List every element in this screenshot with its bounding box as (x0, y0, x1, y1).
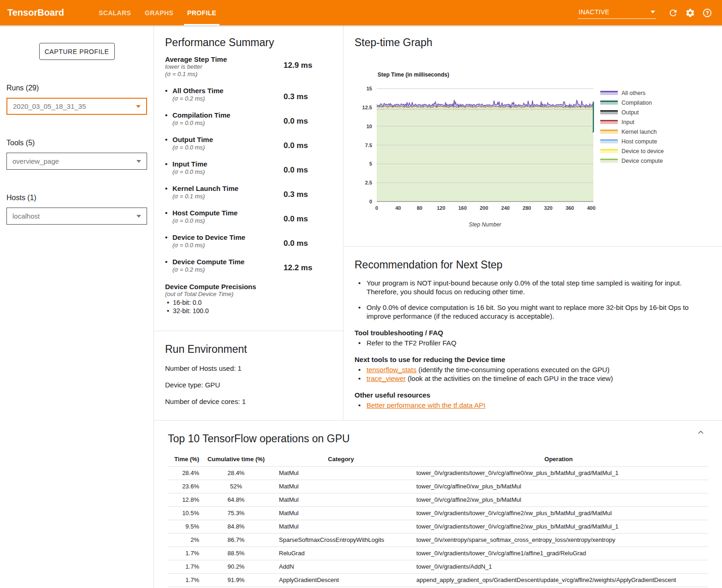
runs-select-value: 2020_03_05_18_31_35 (13, 102, 86, 110)
table-cell: 2% (168, 533, 199, 546)
metric-sigma: (σ = 0.0 ms) (172, 242, 245, 249)
runs-label: Runs (29) (6, 84, 154, 92)
table-cell: ReluGrad (273, 546, 409, 560)
precision-item: •32-bit: 100.0 (167, 307, 332, 315)
table-cell: tower_0/v/gradients/tower_0/v/cg/affine0… (409, 466, 708, 480)
table-cell: 75.3% (199, 506, 273, 520)
legend-swatch-icon (600, 110, 618, 114)
bullet-icon: • (165, 136, 172, 151)
table-cell: ApplyGradientDescent (273, 573, 409, 587)
table-cell: tower_0/v/cg/affine2/xw_plus_b/MatMul (409, 493, 708, 506)
bullet-icon: • (165, 87, 172, 102)
chart-x-axis-label: Step Number (430, 221, 540, 228)
svg-text:360: 360 (566, 205, 574, 211)
table-cell: tower_0/v/cg/affine0/xw_plus_b/MatMul (409, 480, 708, 493)
tools-select[interactable]: overview_page (6, 153, 147, 170)
metric-sigma: (σ = 0.0 ms) (172, 144, 213, 151)
run-environment-line: Number of Hosts used: 1 (165, 364, 332, 372)
nav-tab[interactable]: SCALARS (92, 0, 138, 25)
table-cell: MatMul (273, 480, 409, 493)
svg-text:280: 280 (523, 205, 531, 211)
step-time-chart[interactable]: 02.557.51012.515040801201602002402803203… (362, 83, 602, 231)
run-environment-section: Run Environment Number of Hosts used: 1D… (154, 331, 343, 405)
table-cell: 1.7% (168, 546, 199, 560)
tool-desc: (look at the activities on the timeline … (406, 374, 613, 382)
metric-label: Device Compute Time (172, 258, 244, 266)
table-cell: 28.4% (199, 466, 273, 480)
metric-row: • Input Time (σ = 0.0 ms) 0.0 ms (165, 160, 332, 176)
table-cell: 28.4% (168, 466, 199, 480)
table-cell: SparseSoftmaxCrossEntropyWithLogits (273, 533, 409, 546)
app-title: TensorBoard (0, 7, 92, 18)
legend-swatch-icon (600, 101, 618, 105)
hosts-label: Hosts (1) (6, 194, 154, 202)
metric-row: • Device to Device Time (σ = 0.0 ms) 0.0… (165, 233, 332, 249)
tool-link[interactable]: tensorflow_stats (367, 366, 416, 374)
app-header: TensorBoard SCALARS GRAPHS PROFILE INACT… (0, 0, 722, 25)
legend-swatch-icon (600, 120, 618, 124)
metric-label: Output Time (172, 136, 213, 143)
faq-list: Refer to the TF2 Profiler FAQ (358, 339, 711, 347)
metric-sigma: (σ = 0.1 ms) (165, 71, 284, 78)
metric-label: All Others Time (172, 87, 224, 95)
table-row: 1.7%90.2%AddNtower_0/v/gradients/AddN_1 (168, 560, 708, 573)
legend-item: Device to device (600, 146, 664, 156)
table-cell: MatMul (273, 466, 409, 480)
table-cell: tower_0/v/xentropy/sparse_softmax_cross_… (409, 533, 708, 546)
metric-note: lower is better (165, 63, 284, 71)
table-row: 28.4%28.4%MatMultower_0/v/gradients/towe… (168, 466, 708, 480)
precisions-label: Device Compute Precisions (165, 283, 332, 291)
top-ops-section: Top 10 TensorFlow operations on GPU Time… (154, 420, 722, 588)
top-ops-table: Time (%)Cumulative time (%)CategoryOpera… (168, 452, 708, 587)
capture-profile-button[interactable]: CAPTURE PROFILE (39, 43, 115, 60)
bullet-icon: • (165, 258, 172, 273)
metric-row: • Output Time (σ = 0.0 ms) 0.0 ms (165, 136, 332, 151)
legend-item: Input (600, 117, 664, 127)
legend-item: Compilation (600, 98, 664, 107)
table-header-row: Time (%)Cumulative time (%)CategoryOpera… (168, 452, 708, 466)
recommendation-bullet: Your program is NOT input-bound because … (358, 279, 711, 296)
tool-link[interactable]: trace_viewer (367, 374, 406, 382)
table-row: 1.7%88.5%ReluGradtower_0/v/gradients/tow… (168, 546, 708, 560)
status-dropdown[interactable]: INACTIVE (578, 6, 656, 19)
svg-text:0: 0 (375, 205, 378, 211)
metric-value: 0.0 ms (284, 160, 308, 176)
recommendation-section: Recommendation for Next Step Your progra… (343, 247, 722, 410)
table-row: 2%86.7%SparseSoftmaxCrossEntropyWithLogi… (168, 533, 708, 546)
metric-sigma: (σ = 0.1 ms) (172, 193, 238, 200)
legend-label: Output (621, 109, 639, 116)
settings-gear-icon[interactable] (681, 8, 698, 18)
table-cell: 86.7% (199, 533, 273, 546)
resource-link[interactable]: Better performance with the tf.data API (367, 401, 485, 409)
table-cell: 52% (199, 480, 273, 493)
table-column-header: Operation (409, 452, 708, 466)
runs-select[interactable]: 2020_03_05_18_31_35 (6, 98, 147, 115)
metric-label: Input Time (172, 160, 207, 168)
table-row: 12.8%64.8%MatMultower_0/v/cg/affine2/xw_… (168, 493, 708, 506)
help-icon[interactable] (698, 8, 716, 18)
collapse-chevron-up-icon[interactable] (697, 429, 704, 438)
table-cell: 91.9% (199, 573, 273, 587)
metric-value: 0.3 ms (284, 184, 308, 200)
nav-tab[interactable]: PROFILE (180, 0, 223, 25)
svg-text:320: 320 (544, 205, 552, 211)
svg-text:400: 400 (587, 205, 595, 211)
svg-text:40: 40 (395, 205, 401, 211)
resources-heading: Other useful resources (355, 391, 711, 399)
precision-value: 32-bit: 100.0 (173, 307, 209, 315)
metric-value: 12.2 ms (284, 258, 312, 273)
table-cell: 64.8% (199, 493, 273, 506)
table-cell: 1.7% (168, 573, 199, 587)
resource-item: Better performance with the tf.data API (358, 401, 711, 410)
refresh-icon[interactable] (664, 8, 681, 18)
step-time-graph-title: Step-time Graph (355, 36, 432, 49)
table-cell: tower_0/v/gradients/tower_0/v/cg/affine1… (409, 546, 708, 560)
metric-row: • Compilation Time (σ = 0.0 ms) 0.0 ms (165, 111, 332, 127)
hosts-select[interactable]: localhost (6, 208, 147, 225)
nav-tab[interactable]: GRAPHS (138, 0, 180, 25)
sidebar: CAPTURE PROFILE Runs (29) 2020_03_05_18_… (0, 25, 154, 588)
svg-text:2.5: 2.5 (365, 180, 372, 185)
chevron-down-icon (136, 215, 141, 218)
table-row: 23.6%52%MatMultower_0/v/cg/affine0/xw_pl… (168, 480, 708, 493)
appbar-right: INACTIVE (578, 6, 722, 19)
